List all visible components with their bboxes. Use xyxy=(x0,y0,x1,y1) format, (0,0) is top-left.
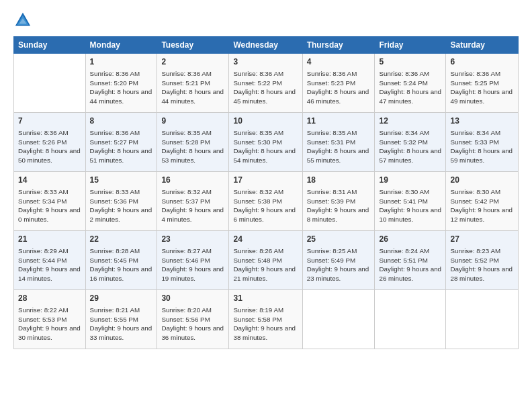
calendar-cell: 5Sunrise: 8:36 AMSunset: 5:24 PMDaylight… xyxy=(375,54,446,113)
weekday-sunday: Sunday xyxy=(14,37,86,54)
day-number: 26 xyxy=(379,234,441,245)
calendar-cell: 2Sunrise: 8:36 AMSunset: 5:21 PMDaylight… xyxy=(157,54,229,113)
cell-content: Sunrise: 8:36 AMSunset: 5:20 PMDaylight:… xyxy=(90,69,153,106)
calendar-cell: 27Sunrise: 8:23 AMSunset: 5:52 PMDayligh… xyxy=(446,231,519,290)
calendar-cell: 15Sunrise: 8:33 AMSunset: 5:36 PMDayligh… xyxy=(85,172,157,231)
weekday-saturday: Saturday xyxy=(446,37,519,54)
calendar-cell: 21Sunrise: 8:29 AMSunset: 5:44 PMDayligh… xyxy=(14,231,86,290)
cell-content: Sunrise: 8:29 AMSunset: 5:44 PMDaylight:… xyxy=(18,246,81,283)
calendar-cell: 19Sunrise: 8:30 AMSunset: 5:41 PMDayligh… xyxy=(375,172,446,231)
cell-content: Sunrise: 8:32 AMSunset: 5:38 PMDaylight:… xyxy=(233,187,298,224)
calendar-cell: 18Sunrise: 8:31 AMSunset: 5:39 PMDayligh… xyxy=(302,172,375,231)
cell-content: Sunrise: 8:32 AMSunset: 5:37 PMDaylight:… xyxy=(161,187,224,224)
day-number: 17 xyxy=(233,175,298,186)
cell-content: Sunrise: 8:35 AMSunset: 5:30 PMDaylight:… xyxy=(233,128,298,165)
day-number: 11 xyxy=(307,116,371,127)
calendar-cell: 31Sunrise: 8:19 AMSunset: 5:58 PMDayligh… xyxy=(229,290,302,349)
logo xyxy=(13,11,34,30)
cell-content: Sunrise: 8:28 AMSunset: 5:45 PMDaylight:… xyxy=(90,246,153,283)
cell-content: Sunrise: 8:34 AMSunset: 5:32 PMDaylight:… xyxy=(379,128,441,165)
day-number: 19 xyxy=(379,175,441,186)
cell-content: Sunrise: 8:35 AMSunset: 5:31 PMDaylight:… xyxy=(307,128,371,165)
weekday-thursday: Thursday xyxy=(302,37,375,54)
day-number: 4 xyxy=(307,56,371,68)
cell-content: Sunrise: 8:26 AMSunset: 5:48 PMDaylight:… xyxy=(233,246,298,283)
calendar-cell: 17Sunrise: 8:32 AMSunset: 5:38 PMDayligh… xyxy=(229,172,302,231)
cell-content: Sunrise: 8:36 AMSunset: 5:23 PMDaylight:… xyxy=(307,69,371,106)
week-row-4: 21Sunrise: 8:29 AMSunset: 5:44 PMDayligh… xyxy=(14,231,519,290)
day-number: 23 xyxy=(161,234,224,245)
day-number: 16 xyxy=(161,175,224,186)
day-number: 15 xyxy=(90,175,153,186)
calendar-cell: 16Sunrise: 8:32 AMSunset: 5:37 PMDayligh… xyxy=(157,172,229,231)
calendar-cell: 20Sunrise: 8:30 AMSunset: 5:42 PMDayligh… xyxy=(446,172,519,231)
calendar-cell: 1Sunrise: 8:36 AMSunset: 5:20 PMDaylight… xyxy=(85,54,157,113)
logo-icon xyxy=(13,11,32,30)
day-number: 10 xyxy=(233,116,298,127)
day-number: 20 xyxy=(450,175,514,186)
week-row-2: 7Sunrise: 8:36 AMSunset: 5:26 PMDaylight… xyxy=(14,113,519,172)
day-number: 8 xyxy=(90,116,153,127)
calendar-table: SundayMondayTuesdayWednesdayThursdayFrid… xyxy=(13,36,519,349)
calendar-cell xyxy=(375,290,446,349)
cell-content: Sunrise: 8:33 AMSunset: 5:36 PMDaylight:… xyxy=(90,187,153,224)
calendar-cell xyxy=(14,54,86,113)
cell-content: Sunrise: 8:30 AMSunset: 5:41 PMDaylight:… xyxy=(379,187,441,224)
day-number: 6 xyxy=(450,56,514,68)
day-number: 21 xyxy=(18,234,81,245)
cell-content: Sunrise: 8:36 AMSunset: 5:22 PMDaylight:… xyxy=(233,69,298,106)
cell-content: Sunrise: 8:36 AMSunset: 5:25 PMDaylight:… xyxy=(450,69,514,106)
day-number: 2 xyxy=(161,56,224,68)
day-number: 13 xyxy=(450,116,514,127)
weekday-monday: Monday xyxy=(85,37,157,54)
calendar-cell: 9Sunrise: 8:35 AMSunset: 5:28 PMDaylight… xyxy=(157,113,229,172)
calendar-cell: 10Sunrise: 8:35 AMSunset: 5:30 PMDayligh… xyxy=(229,113,302,172)
day-number: 24 xyxy=(233,234,298,245)
calendar-cell: 28Sunrise: 8:22 AMSunset: 5:53 PMDayligh… xyxy=(14,290,86,349)
cell-content: Sunrise: 8:36 AMSunset: 5:27 PMDaylight:… xyxy=(90,128,153,165)
calendar-cell: 22Sunrise: 8:28 AMSunset: 5:45 PMDayligh… xyxy=(85,231,157,290)
cell-content: Sunrise: 8:23 AMSunset: 5:52 PMDaylight:… xyxy=(450,246,514,283)
week-row-1: 1Sunrise: 8:36 AMSunset: 5:20 PMDaylight… xyxy=(14,54,519,113)
cell-content: Sunrise: 8:20 AMSunset: 5:56 PMDaylight:… xyxy=(161,306,224,342)
weekday-friday: Friday xyxy=(375,37,446,54)
day-number: 28 xyxy=(18,293,81,304)
cell-content: Sunrise: 8:36 AMSunset: 5:26 PMDaylight:… xyxy=(18,128,81,165)
day-number: 9 xyxy=(161,116,224,127)
calendar-cell: 23Sunrise: 8:27 AMSunset: 5:46 PMDayligh… xyxy=(157,231,229,290)
calendar-cell: 4Sunrise: 8:36 AMSunset: 5:23 PMDaylight… xyxy=(302,54,375,113)
calendar-cell: 11Sunrise: 8:35 AMSunset: 5:31 PMDayligh… xyxy=(302,113,375,172)
weekday-header-row: SundayMondayTuesdayWednesdayThursdayFrid… xyxy=(14,37,519,54)
header xyxy=(13,11,519,30)
cell-content: Sunrise: 8:27 AMSunset: 5:46 PMDaylight:… xyxy=(161,246,224,283)
calendar-cell xyxy=(446,290,519,349)
week-row-5: 28Sunrise: 8:22 AMSunset: 5:53 PMDayligh… xyxy=(14,290,519,349)
day-number: 18 xyxy=(307,175,371,186)
cell-content: Sunrise: 8:34 AMSunset: 5:33 PMDaylight:… xyxy=(450,128,514,165)
calendar-cell: 29Sunrise: 8:21 AMSunset: 5:55 PMDayligh… xyxy=(85,290,157,349)
cell-content: Sunrise: 8:31 AMSunset: 5:39 PMDaylight:… xyxy=(307,187,371,224)
calendar-cell: 26Sunrise: 8:24 AMSunset: 5:51 PMDayligh… xyxy=(375,231,446,290)
cell-content: Sunrise: 8:35 AMSunset: 5:28 PMDaylight:… xyxy=(161,128,224,165)
calendar-cell: 14Sunrise: 8:33 AMSunset: 5:34 PMDayligh… xyxy=(14,172,86,231)
calendar-cell: 13Sunrise: 8:34 AMSunset: 5:33 PMDayligh… xyxy=(446,113,519,172)
calendar-cell: 30Sunrise: 8:20 AMSunset: 5:56 PMDayligh… xyxy=(157,290,229,349)
calendar-cell: 25Sunrise: 8:25 AMSunset: 5:49 PMDayligh… xyxy=(302,231,375,290)
page: SundayMondayTuesdayWednesdayThursdayFrid… xyxy=(0,0,532,411)
calendar-cell: 24Sunrise: 8:26 AMSunset: 5:48 PMDayligh… xyxy=(229,231,302,290)
cell-content: Sunrise: 8:22 AMSunset: 5:53 PMDaylight:… xyxy=(18,306,81,342)
calendar-cell: 12Sunrise: 8:34 AMSunset: 5:32 PMDayligh… xyxy=(375,113,446,172)
day-number: 12 xyxy=(379,116,441,127)
calendar-cell: 7Sunrise: 8:36 AMSunset: 5:26 PMDaylight… xyxy=(14,113,86,172)
day-number: 31 xyxy=(233,293,298,304)
day-number: 25 xyxy=(307,234,371,245)
day-number: 22 xyxy=(90,234,153,245)
cell-content: Sunrise: 8:36 AMSunset: 5:24 PMDaylight:… xyxy=(379,69,441,106)
cell-content: Sunrise: 8:33 AMSunset: 5:34 PMDaylight:… xyxy=(18,187,81,224)
day-number: 30 xyxy=(161,293,224,304)
cell-content: Sunrise: 8:21 AMSunset: 5:55 PMDaylight:… xyxy=(90,306,153,342)
cell-content: Sunrise: 8:24 AMSunset: 5:51 PMDaylight:… xyxy=(379,246,441,283)
calendar-cell: 6Sunrise: 8:36 AMSunset: 5:25 PMDaylight… xyxy=(446,54,519,113)
day-number: 5 xyxy=(379,56,441,68)
cell-content: Sunrise: 8:36 AMSunset: 5:21 PMDaylight:… xyxy=(161,69,224,106)
